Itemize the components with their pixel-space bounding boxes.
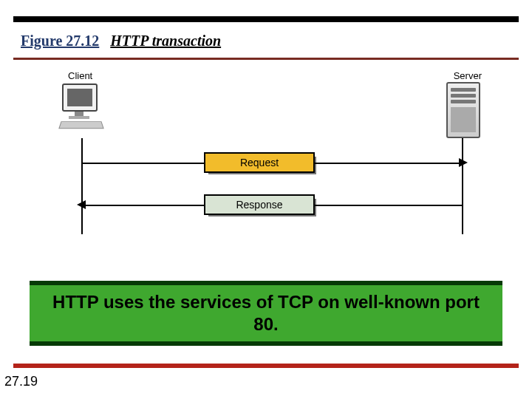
figure-title: HTTP transaction	[110, 33, 221, 49]
request-arrowhead	[459, 158, 468, 167]
figure-number: Figure 27.12	[21, 33, 99, 49]
client-lifeline	[81, 138, 83, 234]
top-black-bar	[13, 16, 519, 22]
server-lifeline	[462, 138, 463, 234]
figure-heading: Figure 27.12 HTTP transaction	[21, 33, 221, 50]
slide-number: 27.19	[4, 374, 38, 389]
response-text: Response	[236, 199, 282, 211]
heading-underline	[13, 58, 519, 60]
callout-banner: HTTP uses the services of TCP on well-kn…	[30, 281, 502, 346]
client-label: Client	[68, 70, 92, 81]
bottom-red-bar	[13, 364, 519, 368]
request-text: Request	[240, 157, 279, 168]
request-box: Request	[204, 152, 315, 173]
callout-text: HTTP uses the services of TCP on well-kn…	[52, 292, 480, 334]
client-computer-icon	[55, 83, 107, 132]
http-transaction-diagram: Client Server Request Response	[44, 70, 488, 240]
response-arrowhead	[77, 200, 86, 209]
server-label: Server	[454, 70, 482, 81]
server-tower-icon	[446, 82, 480, 138]
response-box: Response	[204, 194, 315, 215]
